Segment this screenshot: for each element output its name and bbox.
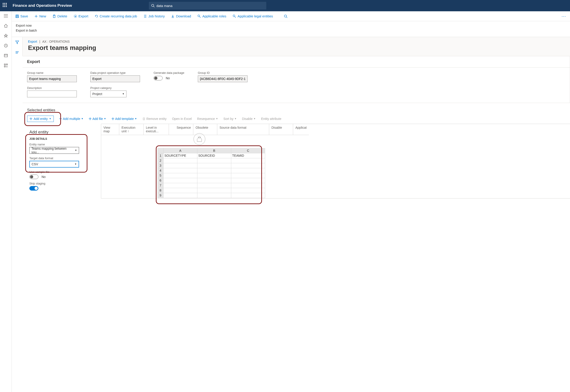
row-header[interactable]: 3: [158, 163, 164, 168]
row-header[interactable]: 8: [158, 188, 164, 193]
breadcrumb-path: AX : OPERATIONS: [42, 40, 70, 43]
cell[interactable]: [231, 193, 265, 198]
col-disable[interactable]: Disable: [269, 124, 293, 135]
flyout-title: Add entity: [27, 130, 86, 136]
entity-attribute-button[interactable]: Entity attribute: [261, 117, 281, 121]
cell-b1[interactable]: SOURCEID: [197, 153, 231, 158]
add-entity-button[interactable]: Add entity ▼: [27, 116, 54, 122]
row-header[interactable]: 2: [158, 158, 164, 163]
hamburger-icon[interactable]: [4, 14, 8, 18]
list-icon[interactable]: [15, 51, 19, 55]
download-button[interactable]: Download: [171, 14, 191, 18]
app-launcher-icon[interactable]: [3, 3, 8, 8]
project-category-select[interactable]: Project▼: [90, 91, 126, 97]
row-header[interactable]: 7: [158, 183, 164, 188]
cell[interactable]: [197, 188, 231, 193]
applicable-roles-button[interactable]: Applicable roles: [197, 14, 226, 18]
open-in-excel-button[interactable]: Open in Excel: [172, 117, 192, 121]
cell[interactable]: [164, 163, 197, 168]
delete-button[interactable]: Delete: [52, 14, 67, 18]
use-sample-toggle[interactable]: [29, 175, 38, 179]
export-now-link[interactable]: Export now: [16, 23, 566, 28]
add-template-button[interactable]: Add template▼: [111, 117, 137, 121]
add-file-button[interactable]: Add file▼: [89, 117, 106, 121]
cell[interactable]: [164, 193, 197, 198]
chevron-down-icon: ▼: [235, 117, 237, 120]
workspaces-icon[interactable]: [4, 53, 8, 58]
add-template-label: Add template: [115, 117, 134, 121]
favorites-icon[interactable]: [4, 33, 8, 38]
col-header-c[interactable]: C: [231, 148, 265, 153]
remove-entity-button[interactable]: Remove entity: [142, 117, 167, 121]
col-execution-unit[interactable]: Execution unit ↑: [119, 124, 144, 135]
save-button[interactable]: Save: [15, 14, 28, 18]
col-obsolete[interactable]: Obsolete: [193, 124, 217, 135]
create-recurring-button[interactable]: Create recurring data job: [95, 14, 137, 18]
cell[interactable]: [231, 173, 265, 178]
col-header-a[interactable]: A: [164, 148, 197, 153]
job-history-button[interactable]: Job history: [143, 14, 165, 18]
resequence-button[interactable]: Resequence▼: [197, 117, 218, 121]
cell[interactable]: [231, 163, 265, 168]
cell[interactable]: [231, 158, 265, 163]
cell[interactable]: [231, 183, 265, 188]
cell[interactable]: [164, 158, 197, 163]
cell-a1[interactable]: SOURCETYPE: [164, 153, 197, 158]
search-box[interactable]: [149, 2, 266, 10]
group-id-input[interactable]: [198, 75, 248, 82]
row-header[interactable]: 6: [158, 178, 164, 183]
cell[interactable]: [164, 173, 197, 178]
add-multiple-button[interactable]: Add multiple▼: [59, 117, 83, 121]
disable-button[interactable]: Disable▼: [242, 117, 256, 121]
entity-name-label: Entity name: [29, 143, 83, 146]
row-header[interactable]: 9: [158, 193, 164, 198]
cell[interactable]: [197, 168, 231, 173]
recent-icon[interactable]: [4, 43, 8, 48]
operation-type-input[interactable]: [90, 75, 140, 82]
target-format-select[interactable]: CSV▼: [29, 161, 79, 168]
search-command-icon[interactable]: [284, 14, 288, 18]
cell[interactable]: [197, 173, 231, 178]
col-header-b[interactable]: B: [197, 148, 231, 153]
sort-by-button[interactable]: Sort by▼: [223, 117, 236, 121]
col-level[interactable]: Level in executi...: [144, 124, 169, 135]
entity-name-select[interactable]: Teams mapping between sou...▼: [29, 147, 79, 154]
export-button[interactable]: Export: [74, 14, 88, 18]
row-header[interactable]: 1: [158, 153, 164, 158]
generate-package-toggle[interactable]: [153, 76, 163, 80]
more-commands-icon[interactable]: ⋯: [561, 14, 566, 19]
group-name-input[interactable]: [27, 75, 77, 82]
new-button[interactable]: New: [34, 14, 46, 18]
cell[interactable]: [164, 168, 197, 173]
cell-c1[interactable]: TEAMID: [231, 153, 265, 158]
cell[interactable]: [197, 193, 231, 198]
cell[interactable]: [164, 183, 197, 188]
modules-icon[interactable]: [4, 63, 8, 68]
col-application[interactable]: Applicat: [293, 124, 309, 135]
cell[interactable]: [197, 158, 231, 163]
skip-staging-toggle[interactable]: [29, 186, 38, 191]
row-header[interactable]: 4: [158, 168, 164, 173]
cell[interactable]: [164, 188, 197, 193]
export-in-batch-link[interactable]: Export in batch: [16, 28, 566, 33]
row-header[interactable]: 5: [158, 173, 164, 178]
filter-icon[interactable]: [15, 40, 19, 45]
project-category-value: Project: [92, 92, 102, 96]
sheet-corner[interactable]: [158, 148, 164, 153]
col-source-format[interactable]: Source data format: [217, 124, 269, 135]
col-sequence[interactable]: Sequence: [169, 124, 193, 135]
cell[interactable]: [197, 183, 231, 188]
home-icon[interactable]: [4, 24, 8, 28]
cell[interactable]: [164, 178, 197, 183]
applicable-legal-entities-button[interactable]: Applicable legal entities: [233, 14, 273, 18]
cell[interactable]: [231, 168, 265, 173]
description-input[interactable]: [27, 91, 77, 97]
cell[interactable]: [231, 178, 265, 183]
command-bar: Save New Delete Export Create recurring …: [12, 11, 570, 21]
col-view-map[interactable]: View map: [101, 124, 119, 135]
search-input[interactable]: [156, 4, 264, 8]
breadcrumb-export[interactable]: Export: [28, 40, 37, 43]
cell[interactable]: [197, 163, 231, 168]
cell[interactable]: [197, 178, 231, 183]
cell[interactable]: [231, 188, 265, 193]
